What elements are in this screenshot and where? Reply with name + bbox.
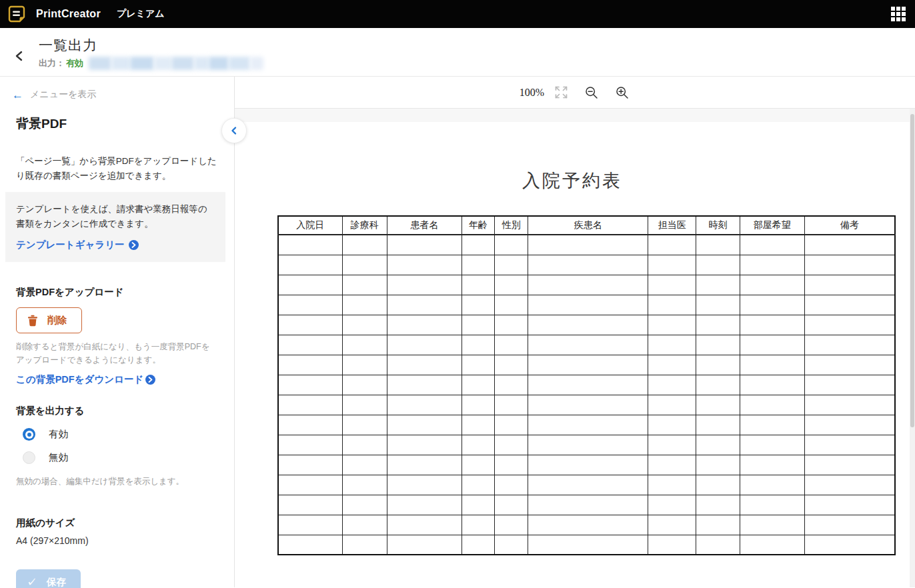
save-button[interactable]: ✓ 保存 [16, 569, 81, 588]
table-cell-empty [804, 375, 895, 395]
table-row [278, 435, 895, 455]
table-cell-empty [495, 455, 528, 475]
table-cell-empty [342, 295, 387, 315]
table-cell-empty [462, 435, 495, 455]
table-cell-empty [740, 275, 804, 295]
table-cell-empty [462, 495, 495, 515]
table-cell-empty [462, 235, 495, 255]
table-cell-empty [696, 455, 740, 475]
table-cell-empty [804, 355, 895, 375]
page-header: 一覧出力 出力： 有効 [0, 28, 915, 77]
table-cell-empty [804, 235, 895, 255]
table-cell-empty [528, 495, 648, 515]
table-cell-empty [495, 415, 528, 435]
radio-checked-icon[interactable] [23, 428, 35, 441]
table-cell-empty [495, 255, 528, 275]
table-cell-empty [740, 395, 804, 415]
table-cell-empty [462, 255, 495, 275]
table-cell-empty [740, 455, 804, 475]
table-header-cell: 入院日 [278, 216, 342, 235]
table-cell-empty [462, 295, 495, 315]
table-row [278, 355, 895, 375]
zoom-out-icon [585, 86, 598, 99]
template-promo-box: テンプレートを使えば、請求書や業務日報等の書類をカンタンに作成できます。 テンプ… [5, 192, 225, 262]
table-row [278, 515, 895, 535]
scrollbar-thumb[interactable] [910, 114, 914, 427]
delete-background-button[interactable]: 削除 [16, 307, 82, 333]
printcreator-logo-icon[interactable] [7, 4, 27, 24]
table-cell-empty [462, 335, 495, 355]
table-row [278, 395, 895, 415]
table-cell-empty [387, 535, 462, 555]
table-header-cell: 担当医 [648, 216, 696, 235]
table-cell-empty [740, 295, 804, 315]
radio-option-selected[interactable]: 有効 [16, 428, 223, 441]
table-row [278, 295, 895, 315]
table-cell-empty [278, 515, 342, 535]
table-cell-empty [278, 455, 342, 475]
table-header-cell: 患者名 [387, 216, 462, 235]
template-gallery-link[interactable]: テンプレートギャラリー [16, 239, 215, 251]
collapse-sidebar-button[interactable] [221, 118, 247, 143]
table-cell-empty [804, 495, 895, 515]
table-cell-empty [740, 435, 804, 455]
table-row [278, 255, 895, 275]
table-cell-empty [740, 475, 804, 495]
table-cell-empty [342, 315, 387, 335]
table-cell-empty [387, 495, 462, 515]
chevron-right-circle-icon [145, 375, 155, 385]
radio-option-unselected[interactable]: 無効 [16, 451, 223, 464]
output-label: 出力： [39, 57, 65, 69]
apps-grid-icon[interactable] [891, 7, 906, 21]
page-title: 一覧出力 [39, 36, 263, 55]
download-background-link[interactable]: この背景PDFをダウンロード [16, 373, 223, 386]
brand-name: PrintCreator [36, 8, 101, 20]
table-cell-empty [387, 395, 462, 415]
table-cell-empty [528, 255, 648, 275]
preview-canvas: 100% [235, 77, 915, 587]
redacted-text-blur [89, 57, 263, 70]
table-cell-empty [804, 475, 895, 495]
fit-screen-button[interactable] [554, 85, 569, 100]
table-cell-empty [342, 255, 387, 275]
table-cell-empty [804, 255, 895, 275]
table-cell-empty [740, 415, 804, 435]
table-cell-empty [804, 395, 895, 415]
table-row [278, 275, 895, 295]
table-cell-empty [495, 535, 528, 555]
table-header-cell: 疾患名 [528, 216, 648, 235]
radio-unchecked-icon[interactable] [23, 451, 35, 464]
zoom-in-button[interactable] [614, 85, 630, 101]
table-cell-empty [740, 495, 804, 515]
show-menu-toggle[interactable]: ← メニューを表示 [12, 89, 223, 101]
back-button[interactable] [12, 48, 27, 66]
table-cell-empty [804, 295, 895, 315]
table-cell-empty [342, 495, 387, 515]
table-cell-empty [462, 455, 495, 475]
table-cell-empty [648, 375, 696, 395]
document-page[interactable]: 入院予約表 入院日診療科患者名年齢性別疾患名担当医時刻部屋希望備考 [235, 122, 910, 587]
vertical-scrollbar [910, 109, 915, 587]
table-cell-empty [342, 515, 387, 535]
table-cell-empty [278, 435, 342, 455]
table-cell-empty [342, 435, 387, 455]
table-cell-empty [804, 535, 895, 555]
table-cell-empty [495, 355, 528, 375]
table-cell-empty [804, 455, 895, 475]
table-cell-empty [804, 335, 895, 355]
app-bar: PrintCreator プレミアム [0, 0, 915, 28]
table-cell-empty [648, 235, 696, 255]
table-header-cell: 時刻 [696, 216, 740, 235]
table-row [278, 335, 895, 355]
table-header-row: 入院日診療科患者名年齢性別疾患名担当医時刻部屋希望備考 [278, 216, 895, 235]
table-cell-empty [528, 355, 648, 375]
upload-section-title: 背景PDFをアップロード [16, 286, 223, 299]
table-cell-empty [495, 235, 528, 255]
table-row [278, 415, 895, 435]
table-cell-empty [648, 435, 696, 455]
table-cell-empty [696, 435, 740, 455]
table-row [278, 375, 895, 395]
table-cell-empty [462, 475, 495, 495]
zoom-out-button[interactable] [584, 85, 600, 101]
table-cell-empty [648, 275, 696, 295]
